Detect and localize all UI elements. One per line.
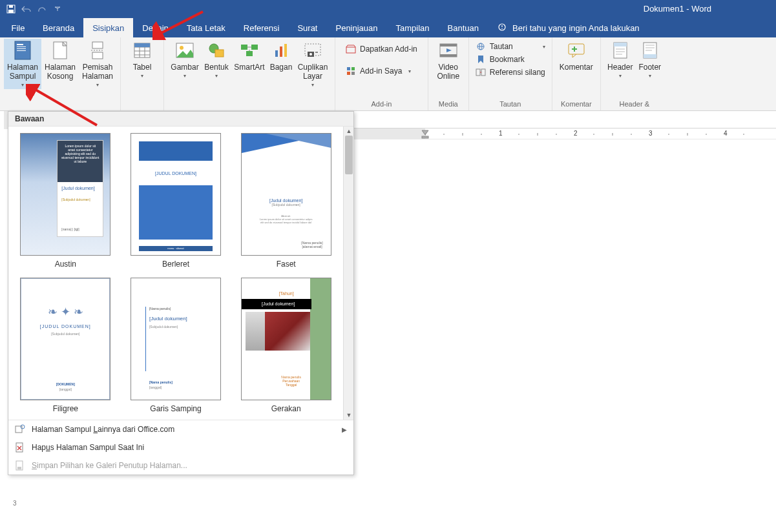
caret-down-icon: ▾ [649, 73, 651, 79]
svg-rect-64 [17, 467, 21, 469]
svg-rect-2 [8, 10, 14, 13]
ribbon-content: Halaman Sampul ▾ Halaman Kosong Pemisah … [0, 37, 776, 111]
blank-page-icon [50, 40, 70, 61]
scrollbar-thumb[interactable] [345, 136, 353, 174]
svg-rect-11 [92, 42, 103, 48]
svg-rect-12 [92, 52, 103, 59]
cover-page-button[interactable]: Halaman Sampul ▾ [4, 39, 41, 89]
tab-mailings[interactable]: Surat [288, 18, 326, 37]
svg-rect-34 [440, 44, 457, 46]
crossref-button[interactable]: Referensi silang [473, 67, 548, 77]
chart-icon [271, 40, 291, 61]
tab-review[interactable]: Peninjauan [326, 18, 386, 37]
svg-rect-35 [440, 54, 457, 57]
tab-references[interactable]: Referensi [235, 18, 289, 37]
header-label: Header [607, 63, 633, 72]
save-icon[interactable] [4, 2, 18, 16]
more-cover-pages-item[interactable]: Halaman Sampul Lainnya dari Office.com ▶ [8, 420, 353, 438]
ribbon-group-headerfooter: Header ▾ Footer ▾ Header & [601, 37, 668, 110]
comment-label: Komentar [560, 63, 593, 72]
template-caption: Faset [238, 260, 334, 269]
svg-rect-18 [215, 50, 224, 57]
cover-template-faset[interactable]: [Judul dokumen] [Subjudul dokumen] Abstr… [238, 133, 334, 269]
svg-rect-42 [614, 43, 627, 46]
template-caption: Filigree [17, 404, 114, 413]
smartart-button[interactable]: SmartArt [231, 39, 267, 74]
cover-template-gerakan[interactable]: [Tahun] [Judul dokumen] Nama penulisPeru… [238, 278, 334, 413]
svg-point-4 [501, 28, 503, 30]
bookmark-label: Bookmark [490, 55, 525, 64]
svg-line-66 [32, 88, 97, 125]
quick-access-toolbar [4, 2, 65, 16]
hyperlink-label: Tautan [490, 42, 513, 51]
ribbon-group-links: Tautan ▾ Bookmark Referensi silang Taut [469, 37, 552, 110]
scroll-down-icon[interactable]: ▼ [344, 411, 354, 420]
window-title: Dokumen1 - Word [644, 0, 711, 18]
svg-rect-30 [351, 67, 355, 70]
gallery-scrollbar[interactable]: ▲ ▼ [343, 127, 353, 420]
svg-line-65 [158, 12, 203, 35]
header-button[interactable]: Header ▾ [605, 39, 636, 80]
video-icon [438, 40, 459, 61]
blank-page-button[interactable]: Halaman Kosong [41, 39, 79, 83]
title-bar: Dokumen1 - Word [0, 0, 776, 18]
cover-template-austin[interactable]: Lorem ipsum dolor sit amet consectetur a… [17, 133, 114, 269]
caret-down-icon: ▾ [21, 82, 24, 88]
video-label: Video Online [432, 63, 465, 81]
crossref-icon [476, 67, 486, 77]
tab-home[interactable]: Beranda [34, 18, 83, 37]
smartart-icon [239, 40, 260, 61]
cover-template-garis-samping[interactable]: [Nama penulis] [Judul dokumen] [Subjudul… [128, 278, 224, 413]
tell-me-label: Beri tahu yang ingin Anda lakukan [512, 23, 640, 33]
svg-rect-38 [476, 69, 480, 76]
shapes-icon [206, 40, 227, 61]
ribbon-group-tables: Tabel ▾ [121, 37, 164, 110]
ribbon-group-media: Video Online Media [428, 37, 469, 110]
chevron-right-icon: ▶ [342, 426, 347, 433]
comment-button[interactable]: Komentar [556, 39, 596, 74]
comment-icon [566, 40, 587, 61]
scroll-up-icon[interactable]: ▲ [344, 127, 354, 136]
tell-me-search[interactable]: Beri tahu yang ingin Anda lakukan [497, 18, 640, 37]
remove-cover-page-item[interactable]: Hapus Halaman Sampul Saat Ini [8, 438, 353, 456]
ribbon-group-illustrations: Gambar ▾ Bentuk ▾ SmartArt Baga [164, 37, 335, 110]
picture-button[interactable]: Gambar ▾ [168, 39, 202, 80]
bookmark-icon [476, 54, 486, 65]
picture-icon [174, 40, 195, 61]
bookmark-button[interactable]: Bookmark [473, 54, 548, 65]
redo-icon[interactable] [35, 2, 49, 16]
page-break-icon [87, 40, 108, 61]
tab-file[interactable]: File [3, 18, 34, 37]
svg-rect-19 [241, 45, 247, 50]
page-break-button[interactable]: Pemisah Halaman ▾ [79, 39, 116, 89]
cover-template-filigree[interactable]: ❧ ✦ ❧ [JUDUL DOKUMEN] [Subjudul dokumen]… [17, 278, 114, 413]
blank-page-label: Halaman Kosong [41, 63, 79, 81]
ribbon-tabs: File Beranda Sisipkan Desain Tata Letak … [0, 18, 776, 37]
table-button[interactable]: Tabel ▾ [125, 39, 160, 80]
cover-template-berleret[interactable]: [JUDUL DOKUMEN] nama · alamat Berleret [128, 133, 224, 269]
tab-insert[interactable]: Sisipkan [83, 18, 133, 37]
template-caption: Berleret [128, 260, 224, 269]
store-icon [346, 44, 356, 54]
tab-view[interactable]: Tampilan [387, 18, 439, 37]
annotation-arrow [152, 9, 204, 40]
caret-down-icon: ▾ [543, 44, 545, 50]
get-addins-label: Dapatkan Add-in [360, 45, 417, 54]
caret-down-icon: ▾ [141, 73, 143, 79]
get-addins-button[interactable]: Dapatkan Add-in [343, 44, 420, 54]
undo-icon[interactable] [19, 2, 34, 16]
shapes-button[interactable]: Bentuk ▾ [202, 39, 231, 80]
chart-button[interactable]: Bagan [267, 39, 295, 74]
online-video-button[interactable]: Video Online [432, 39, 465, 83]
qat-customize-icon[interactable] [50, 2, 65, 16]
tab-help[interactable]: Bantuan [439, 18, 488, 37]
horizontal-ruler[interactable]: 1 2 3 4 [354, 128, 776, 139]
my-addins-button[interactable]: Add-in Saya ▾ [343, 66, 420, 76]
svg-rect-7 [17, 46, 26, 47]
link-icon [476, 41, 486, 52]
screenshot-button[interactable]: Cuplikan Layar ▾ [295, 39, 331, 89]
screenshot-label: Cuplikan Layar [295, 63, 331, 81]
footer-button[interactable]: Footer ▾ [636, 39, 664, 80]
hyperlink-button[interactable]: Tautan ▾ [473, 41, 548, 52]
svg-rect-9 [17, 50, 26, 51]
